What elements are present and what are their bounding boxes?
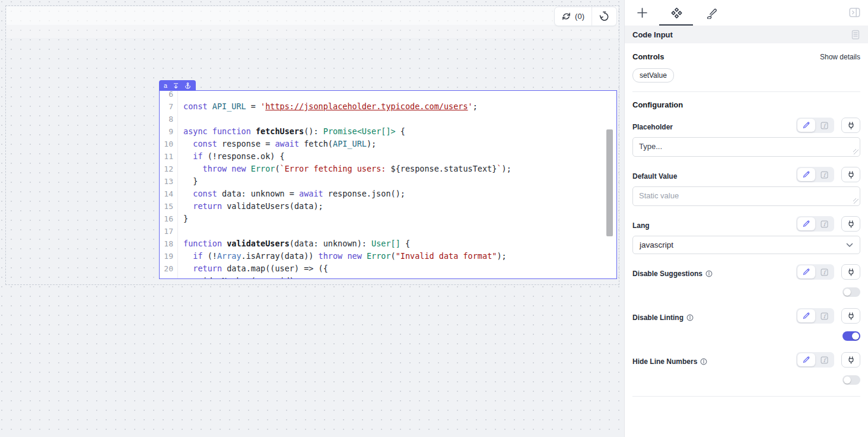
widget-name: a bbox=[164, 82, 167, 89]
edit-mode-button[interactable] bbox=[797, 309, 815, 322]
line-number: 19 bbox=[160, 250, 178, 262]
line-number: 21 bbox=[160, 275, 178, 278]
toggle-knob bbox=[844, 289, 851, 296]
code-line-text: } bbox=[178, 175, 198, 188]
fx-mode-button[interactable]: f bbox=[815, 265, 833, 278]
value-mode-switcher: f bbox=[796, 308, 834, 324]
resize-handle[interactable] bbox=[853, 198, 859, 204]
code-editor[interactable]: 67const API_URL = 'https://jsonplacehold… bbox=[160, 91, 616, 278]
controls-title: Controls bbox=[632, 52, 664, 61]
bind-data-button[interactable] bbox=[841, 167, 860, 182]
collapse-panel-icon[interactable] bbox=[849, 7, 860, 20]
plug-icon bbox=[847, 268, 856, 277]
code-line-text bbox=[178, 225, 183, 238]
plus-icon bbox=[637, 7, 648, 18]
code-line-text: return data.map((user) => ({ bbox=[178, 262, 328, 275]
active-tab-indicator bbox=[659, 24, 693, 26]
query-count: (0) bbox=[575, 12, 584, 21]
editor-scrollbar[interactable] bbox=[606, 129, 613, 236]
code-line: 20 return data.map((user) => ({ bbox=[160, 262, 616, 275]
code-input-widget[interactable]: a 67const API_URL = 'https://jsonplaceho… bbox=[159, 90, 617, 279]
line-number: 11 bbox=[160, 150, 178, 163]
info-icon bbox=[686, 314, 694, 321]
anchor-icon[interactable] bbox=[185, 82, 191, 89]
line-number: 10 bbox=[160, 138, 178, 150]
field-default-value: Default Value f bbox=[632, 167, 860, 206]
line-number: 17 bbox=[160, 225, 178, 238]
plug-icon bbox=[847, 220, 856, 229]
svg-text:f: f bbox=[823, 221, 826, 227]
svg-text:f: f bbox=[823, 313, 826, 319]
controls-section: Controls Show details setValue bbox=[625, 43, 868, 92]
code-line: 10 const response = await fetch(API_URL)… bbox=[160, 138, 616, 150]
docs-icon[interactable] bbox=[851, 30, 860, 40]
line-number: 6 bbox=[160, 91, 178, 100]
fx-mode-button[interactable]: f bbox=[815, 353, 833, 366]
disable-suggestions-toggle[interactable] bbox=[842, 287, 860, 297]
pencil-icon bbox=[802, 356, 810, 364]
value-mode-switcher: f bbox=[796, 264, 834, 280]
app-canvas[interactable]: (0) a 67const API_URL = 'https://jsonpla… bbox=[0, 0, 624, 437]
code-line: 12 throw new Error(`Error fetching users… bbox=[160, 163, 616, 175]
field-label: Disable Suggestions bbox=[632, 270, 702, 278]
fx-mode-button[interactable]: f bbox=[815, 309, 833, 322]
bind-data-button[interactable] bbox=[841, 264, 860, 280]
field-disable-suggestions: Disable Suggestions f bbox=[632, 264, 860, 297]
code-line: 13 } bbox=[160, 175, 616, 188]
fx-mode-button[interactable]: f bbox=[815, 168, 833, 181]
line-number: 16 bbox=[160, 213, 178, 225]
fx-icon: f bbox=[820, 121, 829, 130]
bind-data-button[interactable] bbox=[841, 308, 860, 324]
chevron-down-icon bbox=[846, 243, 853, 248]
code-line: 17 bbox=[160, 225, 616, 238]
tab-properties[interactable] bbox=[659, 0, 694, 26]
tab-styles[interactable] bbox=[694, 0, 728, 26]
canvas-header-dropzone-2 bbox=[7, 25, 618, 38]
code-line: 7const API_URL = 'https://jsonplaceholde… bbox=[160, 100, 616, 113]
toggle-knob bbox=[852, 332, 859, 340]
code-line-text bbox=[178, 91, 183, 100]
disable-linting-toggle[interactable] bbox=[842, 331, 860, 341]
resize-handle[interactable] bbox=[853, 149, 859, 154]
default-value-input[interactable] bbox=[632, 186, 860, 206]
bind-data-button[interactable] bbox=[841, 352, 860, 368]
pencil-icon bbox=[802, 312, 810, 320]
edit-mode-button[interactable] bbox=[797, 168, 815, 181]
hide-line-numbers-toggle[interactable] bbox=[842, 375, 860, 385]
code-line-text: id: Number(user.id), bbox=[178, 275, 299, 278]
code-line-text: if (!Array.isArray(data)) throw new Erro… bbox=[178, 250, 507, 262]
refresh-queries-button[interactable]: (0) bbox=[555, 7, 592, 26]
bind-data-button[interactable] bbox=[841, 216, 860, 232]
lang-select[interactable]: javascript bbox=[632, 236, 860, 254]
edit-mode-button[interactable] bbox=[797, 353, 815, 366]
history-button[interactable] bbox=[592, 7, 616, 26]
setvalue-chip[interactable]: setValue bbox=[632, 68, 674, 83]
code-line: 21 id: Number(user.id), bbox=[160, 275, 616, 278]
tab-add-component[interactable] bbox=[625, 0, 659, 26]
show-details-link[interactable]: Show details bbox=[820, 53, 860, 61]
edit-mode-button[interactable] bbox=[797, 217, 815, 230]
value-mode-switcher: f bbox=[796, 352, 834, 368]
line-number: 20 bbox=[160, 262, 178, 275]
lang-selected-value: javascript bbox=[640, 240, 673, 249]
pencil-icon bbox=[802, 170, 810, 179]
plug-icon bbox=[847, 356, 856, 365]
line-number: 18 bbox=[160, 238, 178, 250]
code-line: 6 bbox=[160, 91, 616, 100]
line-number: 12 bbox=[160, 163, 178, 175]
code-line-text bbox=[178, 113, 183, 125]
line-number: 13 bbox=[160, 175, 178, 188]
move-down-icon[interactable] bbox=[173, 82, 179, 90]
fx-mode-button[interactable]: f bbox=[815, 217, 833, 230]
edit-mode-button[interactable] bbox=[797, 265, 815, 278]
value-mode-switcher: f bbox=[796, 167, 834, 182]
fx-icon: f bbox=[820, 356, 829, 365]
fx-mode-button[interactable]: f bbox=[815, 119, 833, 132]
code-line: 14 const data: unknown = await response.… bbox=[160, 188, 616, 200]
edit-mode-button[interactable] bbox=[797, 119, 815, 132]
placeholder-input[interactable]: Type... bbox=[632, 137, 860, 157]
widget-tag[interactable]: a bbox=[159, 80, 196, 91]
bind-data-button[interactable] bbox=[841, 118, 860, 133]
svg-text:f: f bbox=[823, 269, 826, 275]
value-mode-switcher: f bbox=[796, 118, 834, 133]
